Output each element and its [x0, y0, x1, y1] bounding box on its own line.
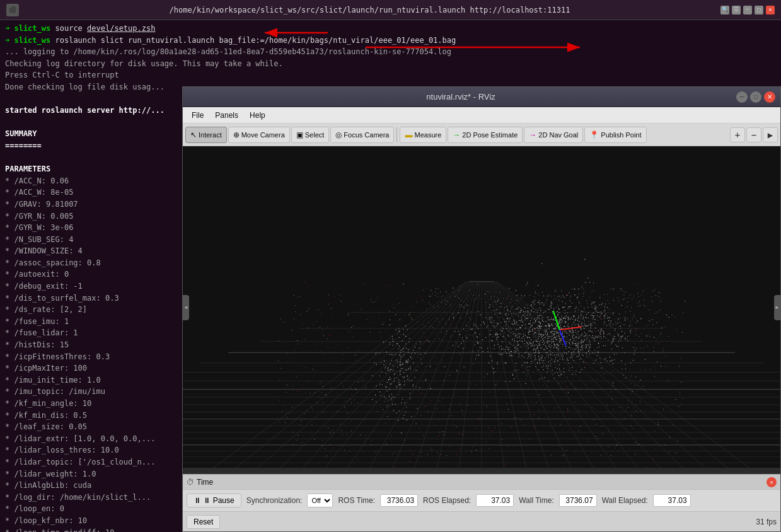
ros-elapsed-label: ROS Elapsed:	[423, 496, 471, 505]
interact-icon: ↖	[190, 130, 197, 139]
toolbar-more-button[interactable]: ▶	[763, 127, 778, 142]
terminal-line: Press Ctrl-C to interrupt	[5, 69, 776, 81]
terminal-icon: ⬛	[6, 4, 19, 16]
toolbar-interact-button[interactable]: ↖ Interact	[185, 127, 227, 143]
left-panel-handle[interactable]: ◀	[183, 295, 189, 320]
publish-point-label: Publish Point	[601, 131, 641, 139]
wall-time-value: 3736.07	[559, 494, 597, 507]
rviz-title: ntuviral.rviz* - RViz	[188, 92, 734, 101]
toolbar-measure-button[interactable]: ▬ Measure	[400, 127, 446, 143]
sync-label: Synchronization:	[246, 496, 303, 505]
pose-estimate-icon: →	[453, 130, 460, 139]
focus-camera-label: Focus Camera	[344, 131, 389, 139]
menu-help[interactable]: Help	[245, 110, 270, 121]
toolbar-move-camera-button[interactable]: ⊕ Move Camera	[228, 127, 290, 143]
interact-label: Interact	[199, 131, 222, 139]
toolbar-remove-button[interactable]: −	[746, 127, 761, 142]
2d-nav-label: 2D Nav Goal	[538, 131, 578, 139]
toolbar-select-button[interactable]: ▣ Select	[291, 127, 330, 143]
focus-camera-icon: ◎	[335, 130, 342, 139]
toolbar-add-button[interactable]: +	[730, 127, 745, 142]
measure-label: Measure	[414, 131, 441, 139]
time-panel: ⏱ Time ✕ ⏸ ⏸ Pause Synchronization: Off …	[183, 474, 780, 531]
pause-button[interactable]: ⏸ ⏸ Pause	[187, 494, 241, 507]
right-panel-handle[interactable]: ▶	[774, 295, 780, 320]
rviz-close-button[interactable]: ✕	[764, 91, 775, 103]
terminal-min-icon[interactable]: ─	[743, 6, 752, 14]
time-panel-bottom: Reset 31 fps	[183, 511, 780, 531]
menu-panels[interactable]: Panels	[210, 110, 243, 121]
reset-label: Reset	[194, 518, 213, 526]
terminal-menu-icon[interactable]: ☰	[732, 6, 741, 14]
terminal-title: /home/kin/workspace/slict_ws/src/slict/l…	[24, 4, 715, 16]
ros-elapsed-value: 37.03	[476, 494, 514, 507]
terminal-line: ➜ slict_ws roslaunch slict run_ntuviral.…	[5, 35, 776, 47]
time-panel-title: Time	[197, 478, 213, 487]
rviz-window: ntuviral.rviz* - RViz ─ □ ✕ File Panels …	[182, 86, 781, 532]
toolbar-publish-point-button[interactable]: 📍 Publish Point	[584, 127, 646, 143]
toolbar-focus-camera-button[interactable]: ◎ Focus Camera	[330, 127, 394, 143]
toolbar-separator-1	[396, 127, 397, 142]
toolbar-right-controls: + − ▶	[730, 127, 778, 142]
rviz-maximize-button[interactable]: □	[750, 91, 761, 103]
select-icon: ▣	[296, 130, 303, 139]
wall-elapsed-label: Wall Elapsed:	[602, 496, 648, 505]
move-camera-label: Move Camera	[241, 131, 285, 139]
measure-icon: ▬	[405, 130, 412, 139]
ros-time-label: ROS Time:	[338, 496, 375, 505]
wall-elapsed-value: 37.03	[653, 494, 691, 507]
rviz-titlebar: ntuviral.rviz* - RViz ─ □ ✕	[183, 87, 780, 107]
rviz-minimize-button[interactable]: ─	[736, 91, 748, 103]
terminal-search-icon[interactable]: 🔍	[720, 6, 729, 14]
toolbar-2d-nav-button[interactable]: → 2D Nav Goal	[524, 127, 583, 143]
time-panel-header: ⏱ Time ✕	[183, 475, 780, 490]
toolbar-2d-pose-button[interactable]: → 2D Pose Estimate	[448, 127, 523, 143]
terminal-titlebar: ⬛ /home/kin/workspace/slict_ws/src/slict…	[0, 0, 781, 20]
3d-grid-canvas	[183, 146, 780, 468]
time-panel-close-button[interactable]: ✕	[767, 477, 777, 487]
menu-file[interactable]: File	[187, 110, 209, 121]
rviz-toolbar: ↖ Interact ⊕ Move Camera ▣ Select ◎ Focu…	[183, 124, 780, 146]
terminal-line: Checking log directory for disk usage. T…	[5, 58, 776, 70]
rviz-3d-viewport[interactable]: ◀ ▶	[183, 146, 780, 468]
terminal-line: ... logging to /home/kin/.ros/log/80a1ae…	[5, 46, 776, 58]
terminal-close-icon[interactable]: ✕	[766, 6, 775, 14]
reset-button[interactable]: Reset	[187, 515, 220, 529]
clock-icon: ⏱	[187, 478, 194, 487]
publish-point-icon: 📍	[589, 130, 599, 139]
rviz-menubar: File Panels Help	[183, 107, 780, 124]
fps-display: 31 fps	[756, 518, 777, 526]
pause-label: ⏸ Pause	[203, 496, 234, 505]
select-label: Select	[305, 131, 325, 139]
move-camera-icon: ⊕	[233, 130, 240, 139]
2d-pose-label: 2D Pose Estimate	[462, 131, 518, 139]
time-panel-controls: ⏸ ⏸ Pause Synchronization: Off ROS Time:…	[183, 490, 780, 511]
nav-goal-icon: →	[529, 130, 536, 139]
terminal-max-icon[interactable]: □	[755, 6, 763, 14]
sync-select[interactable]: Off	[307, 494, 333, 507]
terminal-line: ➜ slict_ws source devel/setup.zsh	[5, 23, 776, 35]
pause-icon: ⏸	[194, 496, 201, 505]
wall-time-label: Wall Time:	[519, 496, 554, 505]
ros-time-value: 3736.03	[380, 494, 418, 507]
